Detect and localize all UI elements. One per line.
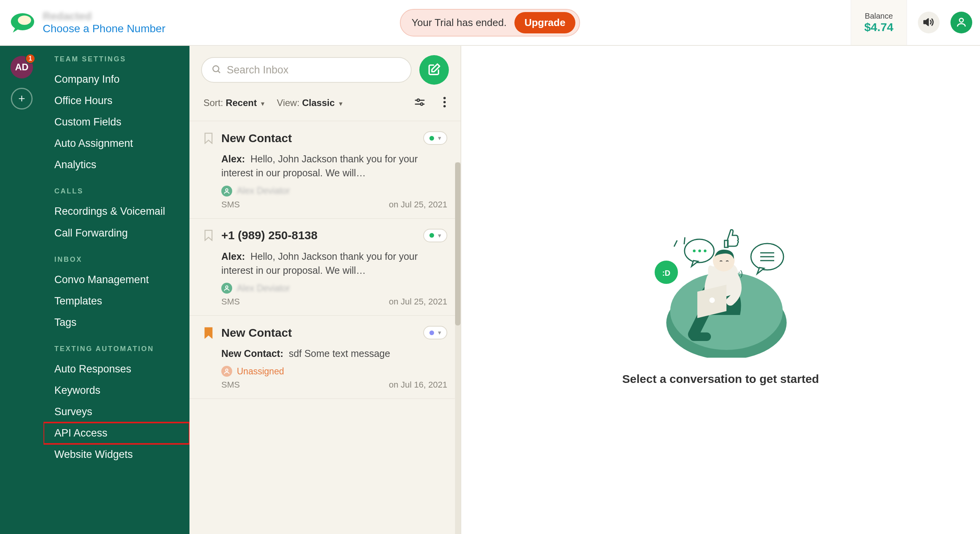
empty-state-illustration-icon: :D xyxy=(639,195,802,359)
svg-point-13 xyxy=(226,189,228,191)
assigned-indicator: Alex Deviator xyxy=(203,283,447,294)
sidebar-item-auto-assignment[interactable]: Auto Assignment xyxy=(54,133,179,154)
plus-icon: + xyxy=(18,92,25,105)
status-dot-icon xyxy=(429,330,434,335)
sound-toggle-button[interactable] xyxy=(918,12,940,33)
top-bar: Redacted Choose a Phone Number Your Tria… xyxy=(0,0,980,46)
status-pill[interactable]: ▾ xyxy=(423,131,447,145)
brand-name-redacted: Redacted xyxy=(43,10,165,23)
chevron-down-icon: ▾ xyxy=(438,232,441,239)
search-box[interactable] xyxy=(201,57,412,83)
status-pill[interactable]: ▾ xyxy=(423,326,447,339)
channel-label: SMS xyxy=(221,200,240,210)
svg-point-26 xyxy=(704,249,707,252)
mini-user-icon xyxy=(221,283,232,294)
workspace-rail: AD 1 + xyxy=(0,46,43,534)
sidebar-item-office-hours[interactable]: Office Hours xyxy=(54,90,179,111)
svg-point-12 xyxy=(443,105,446,107)
add-workspace-button[interactable]: + xyxy=(11,88,33,110)
sidebar-item-company-info[interactable]: Company Info xyxy=(54,69,179,90)
search-icon xyxy=(211,64,221,76)
balance-label: Balance xyxy=(865,12,893,21)
sidebar-item-recordings-voicemail[interactable]: Recordings & Voicemail xyxy=(54,201,179,222)
sidebar-section-heading: INBOX xyxy=(54,256,179,264)
sidebar-item-analytics[interactable]: Analytics xyxy=(54,154,179,176)
svg-point-1 xyxy=(18,16,31,25)
sidebar-section-heading: CALLS xyxy=(54,187,179,195)
user-menu-button[interactable] xyxy=(950,12,972,33)
channel-label: SMS xyxy=(221,297,240,307)
chevron-down-icon: ▾ xyxy=(261,100,264,108)
compose-icon xyxy=(427,63,441,77)
workspace-avatar[interactable]: AD 1 xyxy=(10,56,33,78)
sort-selector[interactable]: Sort: Recent ▾ xyxy=(203,97,264,108)
scrollbar-thumb[interactable] xyxy=(455,162,460,325)
sidebar-item-auto-responses[interactable]: Auto Responses xyxy=(54,358,179,380)
upgrade-button[interactable]: Upgrade xyxy=(514,12,575,33)
svg-point-3 xyxy=(959,18,963,22)
status-pill[interactable]: ▾ xyxy=(423,229,447,242)
svg-point-20 xyxy=(709,297,715,303)
sidebar-item-convo-management[interactable]: Convo Management xyxy=(54,269,179,290)
sidebar-item-api-access[interactable]: API Access xyxy=(43,423,189,444)
chevron-down-icon: ▾ xyxy=(339,100,342,108)
bookmark-icon[interactable] xyxy=(203,132,214,145)
sidebar-item-surveys[interactable]: Surveys xyxy=(54,401,179,423)
conversation-item[interactable]: New Contact▾Alex: Hello, John Jackson th… xyxy=(189,121,460,219)
volume-icon xyxy=(923,16,935,29)
sidebar-section-heading: TEXTING AUTOMATION xyxy=(54,345,179,353)
svg-point-25 xyxy=(699,249,701,252)
sidebar-item-templates[interactable]: Templates xyxy=(54,290,179,312)
conversation-title: +1 (989) 250-8138 xyxy=(221,229,416,242)
sidebar-item-tags[interactable]: Tags xyxy=(54,312,179,333)
conversation-list: New Contact▾Alex: Hello, John Jackson th… xyxy=(189,121,460,534)
assigned-indicator: Alex Deviator xyxy=(203,186,447,197)
notification-badge: 1 xyxy=(25,54,35,64)
choose-phone-link[interactable]: Choose a Phone Number xyxy=(43,23,165,35)
date-label: on Jul 25, 2021 xyxy=(389,200,447,210)
scrollbar[interactable] xyxy=(455,162,460,534)
assigned-name: Alex Deviator xyxy=(237,186,290,196)
trial-ended-banner: Your Trial has ended. Upgrade xyxy=(400,9,580,37)
svg-text::D: :D xyxy=(662,269,670,277)
more-options-button[interactable] xyxy=(440,94,449,111)
channel-label: SMS xyxy=(221,380,240,390)
avatar-initials: AD xyxy=(15,62,29,73)
assigned-name: Unassigned xyxy=(237,366,284,377)
empty-state-text: Select a conversation to get started xyxy=(622,372,819,386)
svg-rect-27 xyxy=(725,240,728,247)
bookmark-icon[interactable] xyxy=(203,326,214,339)
inbox-toolbar: Sort: Recent ▾ View: Classic ▾ xyxy=(189,89,460,121)
message-preview: Alex: Hello, John Jackson thank you for … xyxy=(203,249,447,278)
conversation-item[interactable]: New Contact▾New Contact: sdf Some text m… xyxy=(189,316,460,399)
conversation-title: New Contact xyxy=(221,326,416,339)
svg-point-7 xyxy=(417,99,419,101)
sidebar-item-custom-fields[interactable]: Custom Fields xyxy=(54,111,179,133)
svg-point-4 xyxy=(213,66,219,71)
app-logo-icon xyxy=(9,9,36,36)
search-input[interactable] xyxy=(227,64,401,76)
sidebar-item-call-forwarding[interactable]: Call Forwarding xyxy=(54,223,179,244)
svg-point-15 xyxy=(226,369,228,371)
settings-sidebar: TEAM SETTINGSCompany InfoOffice HoursCus… xyxy=(43,46,189,534)
conversation-detail-panel: :D xyxy=(461,46,980,534)
filter-button[interactable] xyxy=(412,94,428,111)
status-dot-icon xyxy=(429,136,434,141)
compose-button[interactable] xyxy=(419,55,449,85)
balance-value: $4.74 xyxy=(864,21,893,34)
assigned-name: Alex Deviator xyxy=(237,283,290,294)
sidebar-item-keywords[interactable]: Keywords xyxy=(54,380,179,401)
sidebar-item-website-widgets[interactable]: Website Widgets xyxy=(54,444,179,465)
vertical-dots-icon xyxy=(443,103,447,109)
balance-display[interactable]: Balance $4.74 xyxy=(851,0,907,45)
message-preview: New Contact: sdf Some text message xyxy=(203,346,447,360)
svg-point-11 xyxy=(443,101,446,103)
view-selector[interactable]: View: Classic ▾ xyxy=(277,97,342,108)
svg-text::): :) xyxy=(738,269,743,278)
chevron-down-icon: ▾ xyxy=(438,329,441,336)
inbox-column: Sort: Recent ▾ View: Classic ▾ xyxy=(189,46,461,534)
bookmark-icon[interactable] xyxy=(203,229,214,242)
mini-user-icon xyxy=(221,186,232,197)
conversation-item[interactable]: +1 (989) 250-8138▾Alex: Hello, John Jack… xyxy=(189,219,460,316)
conversation-title: New Contact xyxy=(221,132,416,145)
